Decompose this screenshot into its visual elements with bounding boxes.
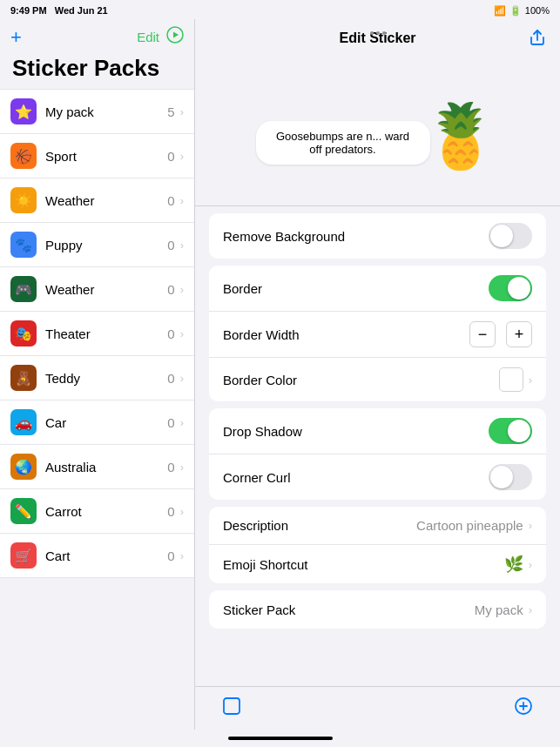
home-bar (228, 737, 333, 740)
sticker-pack-chevron: › (529, 603, 532, 616)
border-width-plus[interactable]: + (506, 321, 532, 347)
border-toggle[interactable] (489, 275, 532, 301)
pack-icon-cart: 🛒 (10, 542, 37, 569)
pack-count-australia: 0 (167, 460, 174, 474)
status-time: 9:49 PM (10, 5, 47, 16)
settings-group-4: Description Cartoon pineapple › Emoji Sh… (209, 507, 546, 583)
pack-icon-teddy: 🧸 (10, 365, 37, 391)
pack-icon-mypack: ⭐ (10, 98, 37, 124)
pack-name-carrot: Carrot (45, 504, 167, 519)
pack-count-puppy: 0 (167, 238, 174, 252)
pack-name-weather1: Weather (45, 193, 167, 208)
settings-content: Remove Background Border Border Width (195, 206, 560, 686)
svg-rect-3 (224, 698, 240, 714)
settings-group-1: Remove Background (209, 213, 546, 259)
pack-chevron-puppy: › (180, 239, 184, 252)
settings-group-5: Sticker Pack My pack › (209, 590, 546, 629)
drop-shadow-toggle[interactable] (489, 418, 532, 444)
pack-chevron-weather1: › (180, 194, 184, 207)
sticker-pack-label: Sticker Pack (223, 602, 475, 617)
pack-icon-theater: 🎭 (10, 320, 37, 347)
pack-name-theater: Theater (45, 326, 167, 341)
pack-chevron-teddy: › (180, 372, 184, 385)
description-row[interactable]: Description Cartoon pineapple › (209, 507, 546, 545)
drop-shadow-label: Drop Shadow (223, 424, 489, 439)
border-width-minus[interactable]: − (469, 321, 496, 347)
toggle-thumb-2 (508, 277, 530, 299)
sticker-preview: Goosebumps are n... ward off predators. … (195, 57, 560, 205)
right-header: Edit Sticker (195, 19, 560, 57)
pack-chevron-car: › (180, 416, 184, 429)
border-width-controls: − + (469, 321, 532, 347)
corner-curl-label: Corner Curl (223, 470, 489, 485)
pack-name-cart: Cart (45, 548, 167, 563)
status-date: Wed Jun 21 (55, 5, 108, 16)
pack-item-mypack[interactable]: ⭐ My pack 5 › (0, 89, 194, 134)
pack-item-weather1[interactable]: ☀️ Weather 0 › (0, 178, 194, 223)
pack-list: ⭐ My pack 5 › 🏀 Sport 0 › ☀️ Weather 0 ›… (0, 89, 194, 730)
toolbar-right-icon[interactable] (513, 696, 534, 722)
pack-item-sport[interactable]: 🏀 Sport 0 › (0, 134, 194, 178)
battery-icon: 🔋 (509, 5, 522, 17)
corner-curl-row: Corner Curl (209, 454, 546, 500)
pack-item-weather2[interactable]: 🎮 Weather 0 › (0, 267, 194, 312)
toggle-thumb-4 (490, 466, 513, 488)
dot-3 (382, 31, 386, 35)
left-panel: + Edit Sticker Packs ⭐ My pack 5 › 🏀 (0, 19, 195, 730)
description-chevron: › (529, 519, 532, 532)
dot-2 (376, 31, 380, 35)
add-button[interactable]: + (10, 28, 22, 47)
pack-name-teddy: Teddy (45, 371, 167, 386)
sticker-pack-row[interactable]: Sticker Pack My pack › (209, 590, 546, 629)
pack-count-teddy: 0 (167, 371, 174, 386)
sticker-packs-title: Sticker Packs (0, 51, 194, 89)
pack-count-weather1: 0 (167, 193, 174, 208)
pack-count-theater: 0 (167, 326, 174, 341)
pack-count-car: 0 (167, 415, 174, 430)
pack-item-puppy[interactable]: 🐾 Puppy 0 › (0, 223, 194, 267)
emoji-shortcut-row[interactable]: Emoji Shortcut 🌿 › (209, 545, 546, 583)
sticker-image: 🍍 (422, 99, 500, 173)
remove-bg-label: Remove Background (223, 229, 489, 244)
toolbar-left-icon[interactable] (221, 696, 242, 722)
pack-chevron-theater: › (180, 327, 184, 340)
pack-name-mypack: My pack (45, 104, 167, 119)
pack-count-carrot: 0 (167, 504, 174, 519)
speech-bubble: Goosebumps are n... ward off predators. (256, 121, 430, 165)
pack-item-teddy[interactable]: 🧸 Teddy 0 › (0, 356, 194, 400)
pack-item-cart[interactable]: 🛒 Cart 0 › (0, 534, 194, 578)
preview-text: Goosebumps are n... ward off predators. (276, 130, 409, 156)
pack-name-puppy: Puppy (45, 238, 167, 252)
pack-icon-australia: 🌏 (10, 454, 37, 480)
battery-percent: 100% (525, 5, 550, 16)
pack-icon-car: 🚗 (10, 409, 37, 435)
emoji-shortcut-chevron: › (529, 558, 532, 571)
border-color-row[interactable]: Border Color › (209, 358, 546, 401)
pack-chevron-weather2: › (180, 283, 184, 296)
play-button[interactable] (166, 26, 184, 48)
header-right-actions: Edit (137, 26, 184, 48)
border-color-label: Border Color (223, 373, 499, 387)
remove-bg-row: Remove Background (209, 213, 546, 259)
description-value: Cartoon pineapple (416, 518, 523, 533)
pack-icon-sport: 🏀 (10, 143, 37, 169)
border-row: Border (209, 266, 546, 312)
pack-item-carrot[interactable]: ✏️ Carrot 0 › (0, 489, 194, 534)
pack-item-theater[interactable]: 🎭 Theater 0 › (0, 312, 194, 356)
pack-chevron-mypack: › (180, 105, 184, 118)
pack-count-weather2: 0 (167, 282, 174, 297)
edit-button[interactable]: Edit (137, 30, 159, 44)
pack-icon-carrot: ✏️ (10, 498, 37, 524)
pack-name-weather2: Weather (45, 282, 167, 297)
pack-item-australia[interactable]: 🌏 Australia 0 › (0, 445, 194, 489)
left-header: + Edit (0, 19, 194, 51)
pack-name-car: Car (45, 415, 167, 430)
border-color-swatch (499, 367, 523, 392)
remove-bg-toggle[interactable] (489, 223, 532, 249)
share-button[interactable] (529, 27, 546, 50)
header-dots (370, 31, 386, 35)
pack-chevron-cart: › (180, 549, 184, 562)
pack-item-car[interactable]: 🚗 Car 0 › (0, 400, 194, 445)
pack-count-cart: 0 (167, 548, 174, 563)
corner-curl-toggle[interactable] (489, 464, 532, 490)
